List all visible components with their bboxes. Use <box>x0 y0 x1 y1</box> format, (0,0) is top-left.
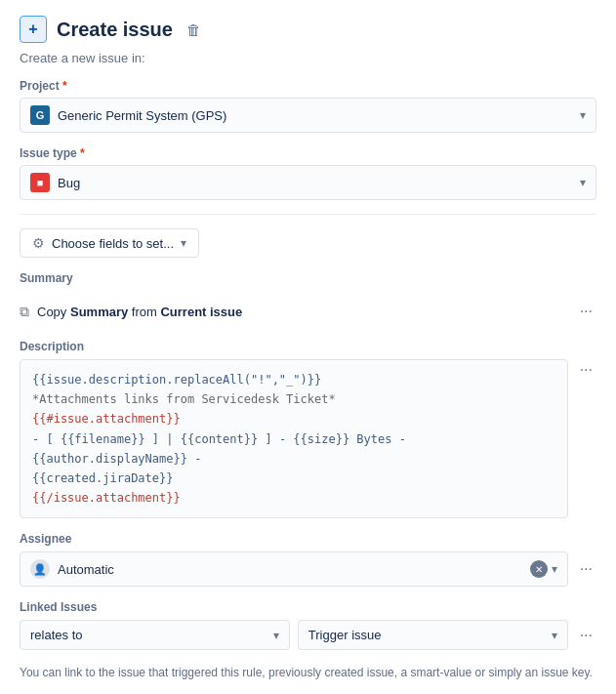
footer-note: You can link to the issue that triggered… <box>20 664 596 681</box>
chevron-down-icon: ▾ <box>580 108 586 122</box>
copy-icon: ⧉ <box>20 304 29 320</box>
issue-type-select[interactable]: ■ Bug ▾ <box>20 165 596 200</box>
subtitle: Create a new issue in: <box>20 51 596 65</box>
required-indicator: * <box>77 146 85 160</box>
assignee-section: Assignee 👤 Automatic ✕ ▾ ··· <box>20 532 596 587</box>
assignee-value: Automatic <box>58 562 114 577</box>
summary-ellipsis-button[interactable]: ··· <box>576 301 596 322</box>
chevron-down-icon: ▾ <box>273 629 279 642</box>
assignee-label: Assignee <box>20 532 596 546</box>
assignee-icon: 👤 <box>30 559 50 579</box>
bug-icon: ■ <box>30 173 50 192</box>
chevron-down-icon: ▾ <box>552 562 557 576</box>
description-box[interactable]: {{issue.description.replaceAll("!","_")}… <box>20 359 568 518</box>
linked-issues-ellipsis-button[interactable]: ··· <box>576 625 596 646</box>
linked-issues-label: Linked Issues <box>20 600 596 614</box>
summary-section: Summary ⧉ Copy Summary from Current issu… <box>20 271 596 326</box>
summary-copy-text: Copy Summary from Current issue <box>37 305 242 319</box>
linked-target-value: Trigger issue <box>308 628 382 642</box>
create-issue-icon: + <box>20 16 47 43</box>
description-content: {{issue.description.replaceAll("!","_")}… <box>32 373 413 505</box>
issue-type-field: Issue type * ■ Bug ▾ <box>20 146 596 200</box>
required-indicator: * <box>60 79 67 93</box>
issue-type-label: Issue type * <box>20 146 596 160</box>
project-label: Project * <box>20 79 596 93</box>
linked-target-select[interactable]: Trigger issue ▾ <box>298 620 568 650</box>
clear-assignee-button[interactable]: ✕ <box>530 560 548 578</box>
project-value: Generic Permit System (GPS) <box>58 108 226 123</box>
linked-relation-select[interactable]: relates to ▾ <box>20 620 290 650</box>
summary-label: Summary <box>20 271 73 285</box>
header: + Create issue 🗑 <box>20 16 596 43</box>
assignee-ellipsis-button[interactable]: ··· <box>576 558 596 580</box>
assignee-select[interactable]: 👤 Automatic ✕ ▾ <box>20 551 568 587</box>
description-label: Description <box>20 340 596 353</box>
chevron-down-icon: ▾ <box>552 629 557 642</box>
description-ellipsis-button[interactable]: ··· <box>576 359 596 381</box>
linked-issues-section: Linked Issues relates to ▾ Trigger issue… <box>20 600 596 650</box>
issue-type-value: Bug <box>58 176 80 190</box>
choose-fields-group: ⚙ Choose fields to set... ▾ <box>20 228 596 258</box>
chevron-down-icon: ▾ <box>580 176 586 189</box>
project-icon: G <box>30 105 50 125</box>
description-section: Description {{issue.description.replaceA… <box>20 340 596 518</box>
chevron-down-icon: ▾ <box>181 236 186 250</box>
choose-fields-button[interactable]: ⚙ Choose fields to set... ▾ <box>20 228 199 258</box>
summary-copy-row: ⧉ Copy Summary from Current issue ··· <box>20 297 596 326</box>
divider <box>20 214 596 215</box>
page-title: Create issue <box>57 19 173 41</box>
project-field: Project * G Generic Permit System (GPS) … <box>20 79 596 133</box>
trash-icon[interactable]: 🗑 <box>186 21 201 38</box>
linked-relation-value: relates to <box>30 628 82 642</box>
project-select[interactable]: G Generic Permit System (GPS) ▾ <box>20 98 596 133</box>
gear-icon: ⚙ <box>32 235 45 251</box>
